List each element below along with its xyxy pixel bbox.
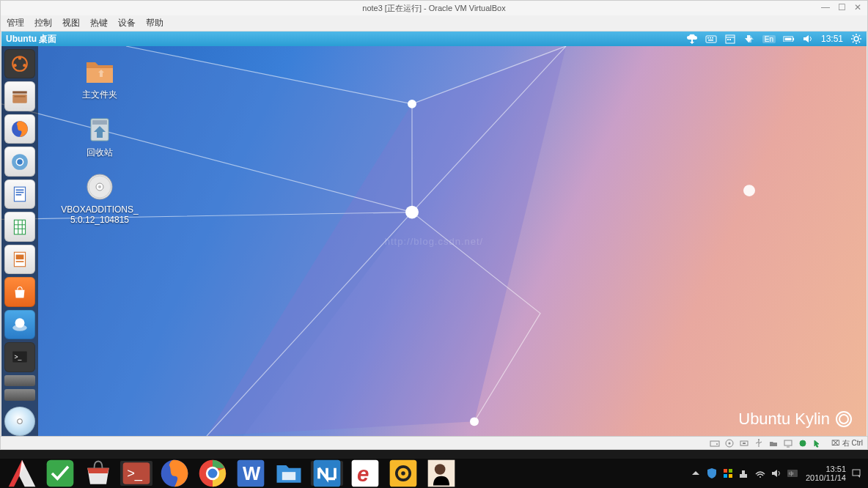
- svg-rect-36: [729, 39, 731, 40]
- ubuntu-desktop[interactable]: http://blog.csdn.net/ >_: [1, 46, 867, 436]
- launcher-files[interactable]: [4, 81, 35, 111]
- vbox-title: note3 [正在运行] - Oracle VM VirtualBox: [362, 3, 505, 14]
- svg-point-65: [15, 318, 25, 328]
- trash-icon: [84, 114, 116, 144]
- host-tray-notification-icon[interactable]: [850, 467, 862, 479]
- vbox-status-display-icon[interactable]: [783, 439, 793, 448]
- vbox-status-usb-icon[interactable]: [754, 439, 764, 448]
- vbox-status-mouse-icon[interactable]: [812, 439, 823, 448]
- svg-rect-60: [14, 220, 25, 234]
- host-app-terminal[interactable]: >_: [120, 461, 152, 486]
- desktop-icon-label: 回收站: [87, 147, 113, 159]
- host-app-green[interactable]: [44, 461, 76, 486]
- vbox-status-shared-icon[interactable]: [768, 439, 779, 448]
- vbox-status-cd-icon[interactable]: [724, 439, 735, 448]
- gear-icon[interactable]: [850, 34, 862, 44]
- ubuntu-clock[interactable]: 13:51: [821, 34, 843, 44]
- battery-icon[interactable]: [783, 34, 795, 44]
- svg-rect-29: [707, 37, 709, 39]
- svg-rect-28: [706, 36, 716, 42]
- launcher-overflow-1[interactable]: [4, 375, 35, 386]
- svg-rect-20: [724, 474, 727, 478]
- host-clock[interactable]: 13:51 2010/11/14: [806, 465, 846, 482]
- svg-point-48: [13, 64, 16, 67]
- volume-icon[interactable]: [802, 34, 814, 44]
- vbox-menu-control[interactable]: 控制: [34, 17, 52, 29]
- svg-rect-32: [708, 40, 713, 41]
- virtualbox-window: note3 [正在运行] - Oracle VM VirtualBox — ☐ …: [0, 0, 868, 450]
- vbox-close-button[interactable]: ✕: [853, 2, 863, 12]
- launcher-disc[interactable]: [4, 407, 35, 436]
- launcher-firefox[interactable]: [4, 114, 35, 144]
- host-start-button[interactable]: [6, 461, 38, 486]
- launcher-display[interactable]: [4, 310, 35, 339]
- vbox-menu-manage[interactable]: 管理: [7, 17, 24, 29]
- svg-rect-18: [724, 469, 727, 473]
- host-app-media[interactable]: [387, 461, 419, 486]
- host-tray-up-icon[interactable]: [690, 467, 702, 479]
- desktop-icon-trash[interactable]: 回收站: [56, 114, 144, 159]
- svg-rect-58: [16, 192, 24, 193]
- desktop-icon-home[interactable]: 主文件夹: [56, 56, 144, 101]
- svg-rect-21: [729, 474, 732, 478]
- vbox-maximize-button[interactable]: ☐: [836, 2, 847, 12]
- host-time: 13:51: [806, 465, 846, 473]
- ubuntu-logo-icon: [836, 411, 852, 427]
- launcher-terminal[interactable]: >_: [4, 342, 35, 371]
- svg-rect-22: [740, 474, 747, 478]
- svg-point-46: [18, 56, 21, 59]
- unity-launcher: >_: [1, 46, 38, 436]
- launcher-writer[interactable]: [4, 180, 35, 209]
- launcher-dash[interactable]: [4, 49, 35, 78]
- launcher-overflow-2[interactable]: [4, 389, 35, 400]
- svg-point-40: [854, 37, 858, 41]
- host-app-firefox[interactable]: [158, 461, 191, 486]
- launcher-chromium[interactable]: [4, 147, 35, 176]
- launcher-software[interactable]: [4, 277, 35, 306]
- svg-rect-0: [47, 460, 74, 487]
- svg-point-68: [18, 419, 23, 424]
- host-app-red-e[interactable]: e: [349, 461, 381, 486]
- host-app-store[interactable]: [82, 461, 114, 486]
- launcher-calc[interactable]: [4, 212, 35, 241]
- keyboard-icon[interactable]: [705, 34, 717, 44]
- host-app-files[interactable]: [273, 461, 305, 486]
- launcher-impress[interactable]: [4, 245, 35, 274]
- vbox-minimize-button[interactable]: —: [820, 2, 831, 12]
- host-app-virtualbox[interactable]: [311, 461, 343, 486]
- vbox-status-hdd-icon[interactable]: [710, 439, 720, 448]
- host-app-wps[interactable]: W: [235, 461, 267, 486]
- svg-rect-19: [729, 469, 732, 473]
- vbox-status-net-icon[interactable]: [739, 439, 749, 448]
- svg-rect-57: [16, 190, 24, 191]
- language-indicator[interactable]: En: [762, 35, 776, 43]
- svg-rect-51: [14, 96, 25, 97]
- vbox-menu-help[interactable]: 帮助: [146, 17, 163, 29]
- host-tray-net-icon[interactable]: [738, 467, 750, 479]
- svg-text:中: 中: [789, 471, 794, 476]
- svg-rect-80: [743, 443, 746, 444]
- vbox-titlebar[interactable]: note3 [正在运行] - Oracle VM VirtualBox — ☐ …: [1, 1, 867, 15]
- calendar-icon[interactable]: [724, 34, 736, 44]
- host-tray-lang-icon[interactable]: 中: [787, 467, 798, 479]
- vbox-menu-hotkeys[interactable]: 热键: [90, 17, 108, 29]
- svg-rect-38: [792, 37, 794, 40]
- cloud-download-icon[interactable]: [686, 34, 698, 44]
- host-tray-shield-icon[interactable]: [706, 467, 718, 479]
- svg-point-78: [728, 442, 730, 444]
- vbox-menu-devices[interactable]: 设备: [118, 17, 136, 29]
- host-app-chrome[interactable]: [196, 461, 229, 486]
- host-tray-wifi-icon[interactable]: [754, 467, 766, 479]
- host-tray-volume-icon[interactable]: [770, 467, 782, 479]
- vbox-menu-view[interactable]: 视图: [62, 17, 80, 29]
- svg-point-24: [760, 476, 761, 478]
- svg-text:e: e: [357, 462, 369, 486]
- ubuntu-brand: Ubuntu Kylin: [738, 410, 852, 429]
- desktop-icon-additions[interactable]: VBOXADDITIONS_5.0.12_104815: [56, 172, 144, 225]
- svg-rect-9: [282, 472, 295, 480]
- host-tray-flag-icon[interactable]: [722, 467, 734, 479]
- host-app-avatar[interactable]: [425, 461, 457, 486]
- svg-point-47: [23, 64, 26, 67]
- vbox-status-record-icon[interactable]: [798, 439, 808, 448]
- network-icon[interactable]: [743, 34, 755, 44]
